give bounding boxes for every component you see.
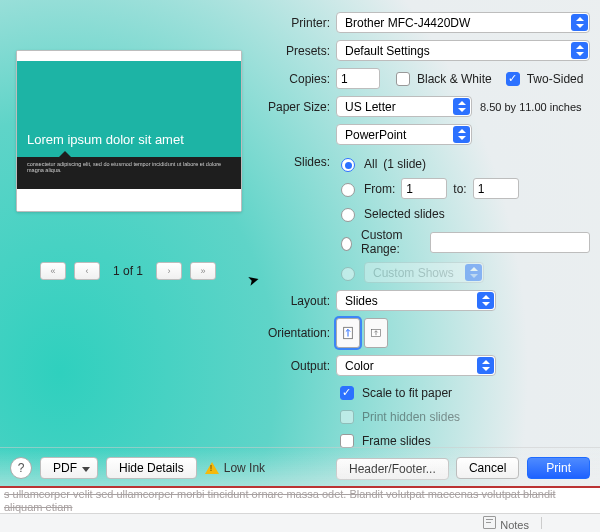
custom-shows-select: Custom Shows	[364, 262, 484, 283]
notes-button[interactable]: Notes	[483, 516, 529, 531]
output-label: Output:	[260, 359, 336, 373]
orientation-landscape-button[interactable]	[364, 318, 388, 348]
copies-input[interactable]	[336, 68, 380, 89]
portrait-page-icon	[343, 324, 353, 342]
window-status-bar: Notes	[0, 513, 600, 532]
slides-to-label: to:	[453, 182, 466, 196]
preview-pager: « ‹ 1 of 1 › »	[40, 262, 216, 280]
print-hidden-checkbox	[340, 410, 354, 424]
paper-size-select[interactable]: US Letter	[336, 96, 472, 117]
notes-icon	[483, 516, 496, 529]
low-ink-warning: Low Ink	[205, 461, 265, 475]
help-button[interactable]: ?	[10, 457, 32, 479]
bw-checkbox[interactable]	[396, 72, 410, 86]
slides-custom-range-label: Custom Range:	[361, 228, 424, 256]
pager-next-button[interactable]: ›	[156, 262, 182, 280]
bw-label: Black & White	[417, 72, 492, 86]
printer-label: Printer:	[260, 16, 336, 30]
presets-label: Presets:	[260, 44, 336, 58]
paper-size-label: Paper Size:	[260, 100, 336, 114]
slides-from-label: From:	[364, 182, 395, 196]
slides-custom-range-radio[interactable]	[341, 237, 352, 251]
doc-line1: s ullamcorper velit sed ullamcorper morb…	[4, 488, 556, 513]
slides-to-input[interactable]	[473, 178, 519, 199]
slides-all-label: All	[364, 157, 377, 171]
slide-margin-bottom	[17, 189, 241, 211]
slides-custom-shows-radio	[341, 267, 355, 281]
frame-slides-label: Frame slides	[362, 434, 431, 448]
slide-notch	[59, 151, 71, 157]
cancel-button[interactable]: Cancel	[456, 457, 519, 479]
scale-fit-label: Scale to fit paper	[362, 386, 452, 400]
app-select[interactable]: PowerPoint	[336, 124, 472, 145]
layout-select[interactable]: Slides	[336, 290, 496, 311]
status-separator	[541, 517, 542, 529]
slides-label: Slides:	[260, 155, 336, 169]
landscape-page-icon	[371, 324, 381, 342]
pager-first-button[interactable]: «	[40, 262, 66, 280]
printer-select[interactable]: Brother MFC-J4420DW	[336, 12, 590, 33]
two-sided-label: Two-Sided	[527, 72, 584, 86]
low-ink-label: Low Ink	[224, 461, 265, 475]
slide-body: Lorem ipsum dolor sit amet	[17, 61, 241, 157]
slides-selected-label: Selected slides	[364, 207, 445, 221]
frame-slides-checkbox[interactable]	[340, 434, 354, 448]
layout-label: Layout:	[260, 294, 336, 308]
slides-count: (1 slide)	[383, 157, 426, 171]
pdf-menu-button[interactable]: PDF	[40, 457, 98, 479]
slide-title: Lorem ipsum dolor sit amet	[17, 132, 184, 157]
slides-from-radio[interactable]	[341, 183, 355, 197]
dialog-bottom-bar: ? PDF Hide Details Low Ink Cancel Print	[0, 447, 600, 488]
print-hidden-label: Print hidden slides	[362, 410, 460, 424]
slide-margin-top	[17, 51, 241, 61]
slides-all-radio[interactable]	[341, 158, 355, 172]
copies-label: Copies:	[260, 72, 336, 86]
print-preview: Lorem ipsum dolor sit amet consectetur a…	[16, 50, 242, 212]
pager-last-button[interactable]: »	[190, 262, 216, 280]
slide-footer: consectetur adipiscing elit, sed do eius…	[17, 157, 241, 189]
hide-details-button[interactable]: Hide Details	[106, 457, 197, 479]
scale-fit-checkbox[interactable]	[340, 386, 354, 400]
custom-range-input[interactable]	[430, 232, 590, 253]
slides-selected-radio[interactable]	[341, 208, 355, 222]
page-indicator: 1 of 1	[108, 264, 148, 278]
paper-dimensions: 8.50 by 11.00 inches	[480, 101, 582, 113]
two-sided-checkbox[interactable]	[506, 72, 520, 86]
slide-subtitle: consectetur adipiscing elit, sed do eius…	[27, 161, 221, 173]
presets-select[interactable]: Default Settings	[336, 40, 590, 61]
warning-icon	[205, 462, 219, 474]
orientation-portrait-button[interactable]	[336, 318, 360, 348]
output-select[interactable]: Color	[336, 355, 496, 376]
slides-from-input[interactable]	[401, 178, 447, 199]
print-button[interactable]: Print	[527, 457, 590, 479]
print-dialog-form: Printer: Brother MFC-J4420DW Presets: De…	[260, 12, 590, 487]
pager-prev-button[interactable]: ‹	[74, 262, 100, 280]
document-background-strip: s ullamcorper velit sed ullamcorper morb…	[0, 486, 600, 514]
orientation-label: Orientation:	[260, 326, 336, 340]
